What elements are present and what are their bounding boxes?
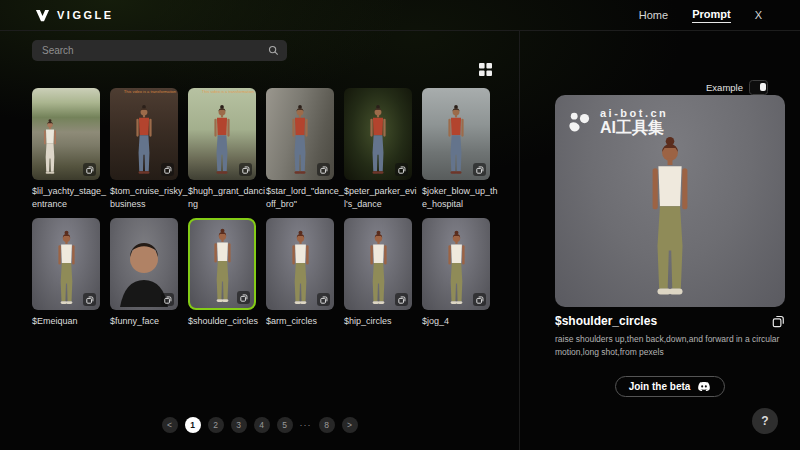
preview-panel: Example ai-bot.cn AI工具集 $shoulder_circ — [520, 30, 800, 450]
grid-tile[interactable]: This video is a transformation — [188, 88, 256, 180]
page-ellipsis: ··· — [300, 420, 312, 430]
grid-tile[interactable] — [266, 218, 334, 310]
tile-label: $Emeiquan — [32, 315, 110, 328]
watermark-line1: ai-bot.cn — [600, 107, 668, 119]
tile-copy-button[interactable] — [317, 293, 330, 306]
title-copy-button[interactable] — [772, 315, 785, 328]
tile-label: $funny_face — [110, 315, 188, 328]
copy-icon — [86, 166, 94, 174]
tile-copy-button[interactable] — [395, 163, 408, 176]
discord-icon — [697, 381, 711, 392]
grid-item: $joker_blow_up_the_hospital — [422, 88, 490, 210]
page-next-button[interactable]: > — [342, 417, 358, 433]
grid-tile[interactable] — [188, 218, 256, 310]
copy-icon — [86, 296, 94, 304]
search-input[interactable] — [40, 44, 268, 57]
page-prev-button[interactable]: < — [162, 417, 178, 433]
person-figure — [358, 103, 398, 177]
tile-label: $tom_cruise_risky_business — [110, 185, 188, 210]
nav-prompt[interactable]: Prompt — [692, 8, 731, 23]
grid-item: $Emeiquan — [32, 218, 100, 328]
nav-home[interactable]: Home — [639, 9, 668, 21]
example-toggle[interactable] — [749, 80, 768, 95]
toggle-knob — [760, 83, 766, 91]
tile-copy-button[interactable] — [395, 293, 408, 306]
grid-item: $arm_circles — [266, 218, 334, 328]
tile-label: $joker_blow_up_the_hospital — [422, 185, 500, 210]
tile-label: $peter_parker_evil's_dance — [344, 185, 422, 210]
copy-icon — [476, 166, 484, 174]
grid-tile[interactable] — [32, 88, 100, 180]
grid-tile[interactable] — [344, 218, 412, 310]
tile-copy-button[interactable] — [317, 163, 330, 176]
person-figure — [435, 229, 478, 307]
grid-item: $shoulder_circles — [188, 218, 256, 328]
join-beta-label: Join the beta — [629, 381, 691, 392]
tile-label: $hugh_grant_dancing — [188, 185, 266, 210]
grid-tile[interactable] — [110, 218, 178, 310]
tile-copy-button[interactable] — [473, 293, 486, 306]
grid-item: This video is a transformation $tom_crui… — [110, 88, 178, 210]
person-figure — [357, 229, 400, 307]
tile-copy-button[interactable] — [473, 163, 486, 176]
nav-x[interactable]: X — [755, 9, 762, 21]
copy-icon — [772, 315, 785, 328]
tile-copy-button[interactable] — [239, 163, 252, 176]
copy-icon — [164, 296, 172, 304]
join-beta-button[interactable]: Join the beta — [615, 376, 726, 397]
page-4-button[interactable]: 4 — [254, 417, 270, 433]
grid-tile[interactable] — [422, 88, 490, 180]
tile-label: $lil_yachty_stage_entrance — [32, 185, 110, 210]
search-icon[interactable] — [268, 45, 279, 56]
library-panel: $lil_yachty_stage_entranceThis video is … — [0, 30, 520, 450]
watermark: ai-bot.cn AI工具集 — [567, 107, 668, 136]
top-bar: VIGGLE Home Prompt X — [0, 0, 800, 31]
brand-text: VIGGLE — [57, 9, 114, 21]
grid-tile[interactable]: This video is a transformation — [110, 88, 178, 180]
grid-tile[interactable] — [422, 218, 490, 310]
grid-tile[interactable] — [344, 88, 412, 180]
help-button[interactable]: ? — [752, 408, 778, 434]
watermark-text: ai-bot.cn AI工具集 — [600, 107, 668, 136]
tile-label: $shoulder_circles — [188, 315, 266, 328]
tile-label: $hip_circles — [344, 315, 422, 328]
tile-copy-button[interactable] — [237, 291, 250, 304]
copy-icon — [242, 166, 250, 174]
preview-description: raise shoulders up,then back,down,and fo… — [555, 333, 788, 359]
tile-row-1: $lil_yachty_stage_entranceThis video is … — [32, 88, 500, 210]
page-8-button[interactable]: 8 — [319, 417, 335, 433]
tile-copy-button[interactable] — [83, 293, 96, 306]
page-2-button[interactable]: 2 — [208, 417, 224, 433]
copy-icon — [398, 296, 406, 304]
join-row: Join the beta — [555, 376, 785, 397]
tile-label: $star_lord_"dance_off_bro" — [266, 185, 344, 210]
tile-row-2: $Emeiquan $funny_face $shoulder_circles — [32, 218, 500, 328]
grid-view-icon[interactable] — [477, 61, 494, 78]
grid-tile[interactable] — [266, 88, 334, 180]
page-5-button[interactable]: 5 — [277, 417, 293, 433]
example-row: Example — [706, 80, 768, 95]
copy-icon — [164, 166, 172, 174]
top-nav: Home Prompt X — [639, 8, 762, 23]
person-figure — [202, 103, 242, 177]
copy-icon — [398, 166, 406, 174]
grid-item: $hip_circles — [344, 218, 412, 328]
tile-copy-button[interactable] — [161, 163, 174, 176]
person-figure — [279, 229, 322, 307]
grid-item: $lil_yachty_stage_entrance — [32, 88, 100, 210]
page-3-button[interactable]: 3 — [231, 417, 247, 433]
tile-copy-button[interactable] — [161, 293, 174, 306]
tile-copy-button[interactable] — [83, 163, 96, 176]
viggle-logo-icon — [35, 8, 50, 23]
tile-watermark-text: This video is a transformation — [202, 89, 254, 94]
preview-figure-slot — [555, 133, 785, 301]
ai-bot-logo-icon — [567, 110, 593, 134]
page-1-button[interactable]: 1 — [185, 417, 201, 433]
grid-tile[interactable] — [32, 218, 100, 310]
person-figure — [436, 103, 476, 177]
person-figure — [124, 103, 164, 177]
preview-card: ai-bot.cn AI工具集 — [555, 95, 785, 307]
search-bar — [32, 40, 287, 61]
pagination: <12345···8> — [0, 417, 519, 433]
grid-item: $peter_parker_evil's_dance — [344, 88, 412, 210]
